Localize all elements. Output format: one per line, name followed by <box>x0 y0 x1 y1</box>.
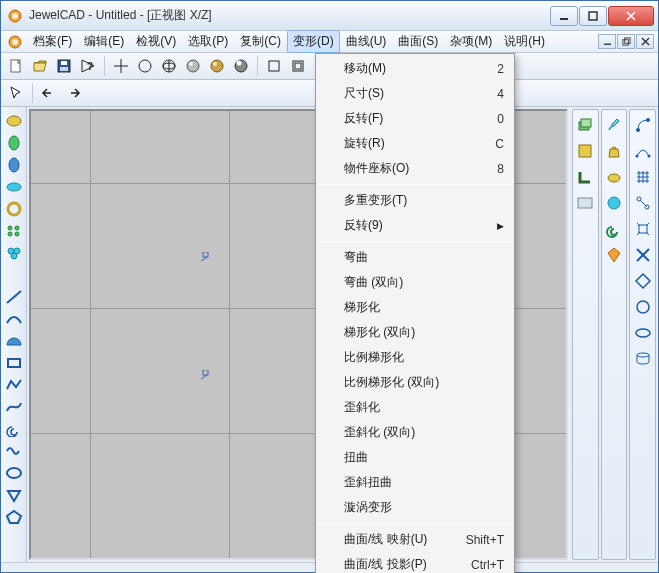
menu-item[interactable]: 扭曲 <box>316 445 514 470</box>
dots-green-icon[interactable] <box>3 221 25 241</box>
ellipse-outline-icon[interactable] <box>3 463 25 483</box>
menu-检视v[interactable]: 检视(V) <box>130 30 182 53</box>
view-box2-button[interactable] <box>287 55 309 77</box>
globe-button[interactable] <box>158 55 180 77</box>
maximize-button[interactable] <box>579 6 607 26</box>
menu-档案f[interactable]: 档案(F) <box>27 30 78 53</box>
menu-说明h[interactable]: 说明(H) <box>498 30 551 53</box>
menu-item[interactable]: 反转(9)▶ <box>316 213 514 238</box>
svg-rect-3 <box>589 12 597 20</box>
pentagon-icon[interactable] <box>3 507 25 527</box>
menu-曲线u[interactable]: 曲线(U) <box>340 30 393 53</box>
circle-outline-icon[interactable] <box>632 296 654 318</box>
wave-icon[interactable] <box>3 441 25 461</box>
node-path-icon[interactable] <box>632 114 654 136</box>
sphere-shiny-button[interactable] <box>230 55 252 77</box>
menu-item-label: 梯形化 <box>344 299 380 316</box>
save-button[interactable] <box>53 55 75 77</box>
cross-icon[interactable] <box>632 244 654 266</box>
menu-item[interactable]: 曲面/线 投影(P)Ctrl+T <box>316 552 514 573</box>
menu-item[interactable]: 反转(F)0 <box>316 106 514 131</box>
help-button[interactable]: ? <box>77 55 99 77</box>
svg-point-50 <box>7 468 21 478</box>
toolbar-separator <box>32 83 33 103</box>
minimize-button[interactable] <box>550 6 578 26</box>
menu-item[interactable]: 旋转(R)C <box>316 131 514 156</box>
menu-item-label: 反转(9) <box>344 217 383 234</box>
shape-oval-green-icon[interactable] <box>3 133 25 153</box>
menu-item[interactable]: 尺寸(S)4 <box>316 81 514 106</box>
arc-nodes-icon[interactable] <box>632 140 654 162</box>
new-file-button[interactable] <box>5 55 27 77</box>
shape-oval-blue-icon[interactable] <box>3 155 25 175</box>
right-palettes <box>570 107 658 562</box>
menu-item-shortcut: Ctrl+T <box>471 558 504 572</box>
sphere-cyan-icon[interactable] <box>603 192 625 214</box>
line-icon[interactable] <box>3 287 25 307</box>
rect-blue-icon[interactable] <box>3 353 25 373</box>
menu-item[interactable]: 比例梯形化 (双向) <box>316 370 514 395</box>
tube-icon[interactable] <box>632 348 654 370</box>
menu-杂项m[interactable]: 杂项(M) <box>444 30 498 53</box>
menu-item[interactable]: 歪斜化 (双向) <box>316 420 514 445</box>
smudge-icon[interactable] <box>603 166 625 188</box>
svg-text:?: ? <box>87 61 93 72</box>
layers-icon[interactable] <box>574 114 596 136</box>
swirl-icon[interactable] <box>603 218 625 240</box>
menu-item[interactable]: 梯形化 <box>316 295 514 320</box>
menu-item[interactable]: 物件座标(O)8 <box>316 156 514 181</box>
mdi-restore-button[interactable] <box>617 34 635 49</box>
menu-复制c[interactable]: 复制(C) <box>234 30 287 53</box>
circle-outline-button[interactable] <box>134 55 156 77</box>
sphere-shade-button[interactable] <box>182 55 204 77</box>
corner-icon[interactable] <box>574 166 596 188</box>
bag-icon[interactable] <box>603 140 625 162</box>
undo-button[interactable] <box>38 82 60 104</box>
triangle-down-icon[interactable] <box>3 485 25 505</box>
shape-ellipse-yellow-icon[interactable] <box>3 111 25 131</box>
mesh-icon[interactable] <box>632 166 654 188</box>
menu-item-shortcut: 0 <box>497 112 504 126</box>
ellipse-outline-icon[interactable] <box>632 322 654 344</box>
menu-曲面s[interactable]: 曲面(S) <box>392 30 444 53</box>
gem-icon[interactable] <box>603 244 625 266</box>
menu-item[interactable]: 梯形化 (双向) <box>316 320 514 345</box>
close-button[interactable] <box>608 6 654 26</box>
open-file-button[interactable] <box>29 55 51 77</box>
menu-item[interactable]: 曲面/线 映射(U)Shift+T <box>316 527 514 552</box>
expand-icon[interactable] <box>632 218 654 240</box>
sphere-color-button[interactable] <box>206 55 228 77</box>
menu-item[interactable]: 歪斜化 <box>316 395 514 420</box>
curve-icon[interactable] <box>3 397 25 417</box>
menu-编辑e[interactable]: 编辑(E) <box>78 30 130 53</box>
brush-icon[interactable] <box>603 114 625 136</box>
mdi-minimize-button[interactable] <box>598 34 616 49</box>
menu-item[interactable]: 漩涡变形 <box>316 495 514 520</box>
color-swatch-icon[interactable] <box>574 140 596 162</box>
mdi-close-button[interactable] <box>636 34 654 49</box>
spiral-icon[interactable] <box>3 419 25 439</box>
menu-选取p[interactable]: 选取(P) <box>182 30 234 53</box>
rhombus-icon[interactable] <box>632 270 654 292</box>
redo-button[interactable] <box>62 82 84 104</box>
menu-item[interactable]: 弯曲 (双向) <box>316 270 514 295</box>
polyline-icon[interactable] <box>3 375 25 395</box>
ring-yellow-icon[interactable] <box>3 199 25 219</box>
menu-item-label: 弯曲 (双向) <box>344 274 403 291</box>
half-circle-icon[interactable] <box>3 331 25 351</box>
cluster-cyan-icon[interactable] <box>3 243 25 263</box>
menu-item[interactable]: 歪斜扭曲 <box>316 470 514 495</box>
crosshair-button[interactable] <box>110 55 132 77</box>
view-box-button[interactable] <box>263 55 285 77</box>
menu-item[interactable]: 比例梯形化 <box>316 345 514 370</box>
menu-item[interactable]: 移动(M)2 <box>316 56 514 81</box>
menu-item[interactable]: 弯曲 <box>316 245 514 270</box>
cursor-button[interactable] <box>5 82 27 104</box>
menu-item[interactable]: 多重变形(T) <box>316 188 514 213</box>
panel-icon[interactable] <box>574 192 596 214</box>
shape-ellipse-cyan-icon[interactable] <box>3 177 25 197</box>
connect-icon[interactable] <box>632 192 654 214</box>
menu-变形d[interactable]: 变形(D) <box>287 30 340 53</box>
arc-blue-icon[interactable] <box>3 309 25 329</box>
svg-point-75 <box>636 329 650 337</box>
